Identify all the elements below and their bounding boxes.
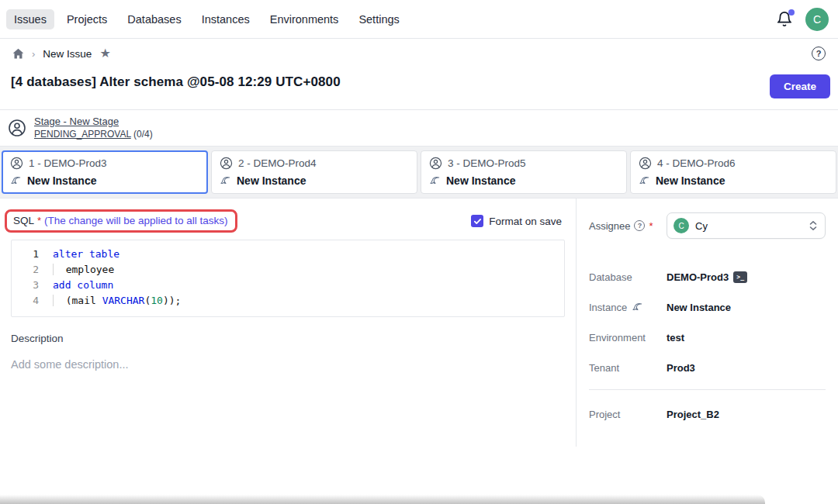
task-card-3[interactable]: 3 - DEMO-Prod5New Instance	[421, 150, 627, 194]
person-circle-icon	[8, 119, 26, 137]
code-text: alter table	[46, 247, 119, 262]
nav-item-issues[interactable]: Issues	[6, 9, 54, 29]
breadcrumb-chevron-icon: ›	[32, 48, 35, 60]
issue-sidebar: Assignee ? * C Cy DatabaseDEMO-Prod3>_In…	[577, 198, 838, 447]
field-value: DEMO-Prod3>_	[667, 271, 747, 283]
field-value: test	[667, 332, 684, 343]
nav-item-projects[interactable]: Projects	[59, 9, 115, 29]
assignee-avatar: C	[674, 218, 689, 233]
description-label: Description	[11, 333, 565, 344]
issue-main-pane: SQL* (The change will be applied to all …	[0, 198, 577, 447]
line-number: 2	[12, 262, 46, 278]
task-instance-label: New Instance	[446, 174, 515, 187]
dolphin-icon	[429, 175, 441, 187]
assignee-required-mark: *	[649, 220, 653, 232]
breadcrumb-page-label: New Issue	[43, 48, 92, 60]
star-icon[interactable]: ★	[99, 47, 110, 60]
sql-required-mark: *	[37, 215, 41, 226]
sql-editor[interactable]: 1alter table2 employee3add column4 (mail…	[11, 240, 565, 317]
field-row-tenant: TenantProd3	[589, 362, 826, 374]
sql-label-highlight-box: SQL* (The change will be applied to all …	[5, 209, 237, 233]
task-card-1[interactable]: 1 - DEMO-Prod3New Instance	[2, 150, 208, 194]
sql-label: SQL	[13, 215, 34, 226]
task-instance-label: New Instance	[27, 174, 96, 187]
task-label: 2 - DEMO-Prod4	[238, 157, 317, 169]
sidebar-divider	[589, 389, 826, 390]
create-button[interactable]: Create	[770, 74, 830, 98]
code-line-4: 4 (mail VARCHAR(10));	[12, 293, 564, 309]
task-label: 3 - DEMO-Prod5	[448, 157, 526, 169]
person-circle-icon	[10, 157, 23, 170]
code-line-1: 1alter table	[12, 247, 564, 262]
nav-item-databases[interactable]: Databases	[119, 9, 189, 29]
format-on-save-toggle[interactable]: Format on save	[471, 215, 562, 227]
task-card-4[interactable]: 4 - DEMO-Prod6New Instance	[630, 150, 836, 194]
code-text: employee	[46, 262, 114, 278]
dolphin-icon	[632, 302, 643, 313]
description-input[interactable]: Add some description...	[11, 358, 565, 371]
line-number: 1	[12, 247, 46, 262]
field-row-database: DatabaseDEMO-Prod3>_	[589, 271, 826, 283]
help-icon[interactable]: ?	[812, 47, 826, 60]
field-value: New Instance	[667, 302, 731, 313]
field-label: Database	[589, 271, 632, 283]
notification-dot	[788, 9, 795, 16]
dolphin-icon	[10, 175, 22, 187]
task-label: 1 - DEMO-Prod3	[29, 157, 107, 169]
task-instance-label: New Instance	[237, 174, 306, 187]
task-label: 4 - DEMO-Prod6	[657, 157, 736, 169]
notification-bell-button[interactable]	[776, 11, 793, 28]
format-on-save-label: Format on save	[489, 216, 562, 227]
field-row-environment: Environmenttest	[589, 332, 826, 343]
stage-status-link[interactable]: PENDING_APPROVAL	[34, 129, 131, 140]
stage-name-link[interactable]: Stage - New Stage	[34, 116, 153, 127]
line-number: 3	[12, 278, 46, 293]
sidebar-fields: DatabaseDEMO-Prod3>_InstanceNew Instance…	[589, 271, 826, 420]
field-row-project: ProjectProject_B2	[589, 409, 826, 420]
nav-item-settings[interactable]: Settings	[351, 9, 407, 29]
nav-items: IssuesProjectsDatabasesInstancesEnvironm…	[6, 9, 407, 29]
assignee-help-icon[interactable]: ?	[634, 220, 645, 231]
assignee-select[interactable]: C Cy	[667, 212, 826, 239]
breadcrumb: › New Issue ★ ?	[0, 39, 838, 68]
nav-item-instances[interactable]: Instances	[194, 9, 258, 29]
assignee-label: Assignee	[589, 220, 630, 232]
field-label: Project	[589, 409, 620, 420]
dolphin-icon	[639, 175, 650, 187]
field-value: Prod3	[667, 362, 695, 374]
top-navigation: IssuesProjectsDatabasesInstancesEnvironm…	[0, 0, 838, 39]
bottom-window-shadow	[0, 495, 765, 504]
field-row-instance: InstanceNew Instance	[589, 302, 826, 313]
assignee-value: Cy	[695, 220, 708, 232]
person-circle-icon	[220, 157, 233, 170]
stage-strip: Stage - New Stage PENDING_APPROVAL (0/4)	[0, 109, 838, 147]
person-circle-icon	[429, 157, 442, 170]
user-avatar[interactable]: C	[805, 8, 829, 31]
task-instance-label: New Instance	[656, 174, 725, 187]
code-line-2: 2 employee	[12, 262, 564, 278]
sql-hint: (The change will be applied to all tasks…	[44, 215, 227, 226]
chevron-updown-icon	[808, 219, 819, 232]
code-text: (mail VARCHAR(10));	[46, 293, 181, 309]
terminal-icon[interactable]: >_	[733, 271, 747, 283]
line-number: 4	[12, 293, 46, 309]
field-value: Project_B2	[667, 409, 719, 420]
code-text: add column	[46, 278, 113, 293]
nav-item-environments[interactable]: Environments	[262, 9, 347, 29]
home-icon[interactable]	[12, 48, 24, 60]
format-on-save-checkbox[interactable]	[471, 215, 483, 227]
dolphin-icon	[220, 175, 231, 187]
person-circle-icon	[639, 157, 652, 170]
field-label: Tenant	[589, 362, 619, 374]
field-label: Instance	[589, 302, 627, 313]
stage-progress: (0/4)	[133, 129, 153, 140]
task-card-2[interactable]: 2 - DEMO-Prod4New Instance	[211, 150, 417, 194]
task-strip: 1 - DEMO-Prod3New Instance2 - DEMO-Prod4…	[0, 147, 838, 198]
code-line-3: 3add column	[12, 278, 564, 293]
task-list: 1 - DEMO-Prod3New Instance2 - DEMO-Prod4…	[2, 150, 836, 194]
field-label: Environment	[589, 332, 646, 343]
page-title: [4 databases] Alter schema @05-08 12:29 …	[11, 74, 341, 90]
